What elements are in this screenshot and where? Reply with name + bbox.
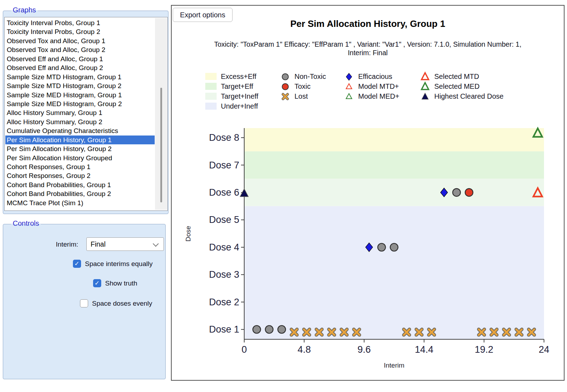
point-lost: [329, 329, 334, 335]
list-item-per-sim-allocation-history-group-2[interactable]: Per Sim Allocation History, Group 2: [5, 144, 155, 153]
list-item-observed-tox-and-alloc-group-1[interactable]: Observed Tox and Alloc, Group 1: [5, 36, 155, 45]
graphs-group-title: Graphs: [11, 6, 38, 14]
point-lost: [341, 329, 347, 335]
list-item-per-sim-allocation-history-grouped[interactable]: Per Sim Allocation History Grouped: [5, 154, 155, 162]
allocation-history-plot: 04.89.614.419.224Dose 1Dose 2Dose 3Dose …: [172, 6, 564, 380]
controls-group-title: Controls: [11, 219, 41, 227]
chart-panel: Export options Per Sim Allocation Histor…: [171, 5, 565, 381]
point-non-toxic: [253, 325, 260, 333]
list-item-per-sim-allocation-history-group-1[interactable]: Per Sim Allocation History, Group 1: [5, 136, 155, 144]
show-truth-checkbox[interactable]: [93, 279, 101, 287]
graph-listbox: Toxicity Interval Probs, Group 1Toxicity…: [4, 17, 168, 211]
graph-list: Toxicity Interval Probs, Group 1Toxicity…: [5, 18, 155, 210]
list-item-cumulative-operating-characteristics[interactable]: Cumulative Operating Characteristics: [5, 126, 155, 135]
space-doses-evenly-row: Space doses evenly: [80, 299, 152, 307]
space-doses-evenly-checkbox[interactable]: [80, 299, 88, 307]
space-interims-equally-checkbox[interactable]: [73, 260, 81, 268]
y-tick-label: Dose 5: [209, 214, 239, 225]
list-item-cohort-responses-group-1[interactable]: Cohort Responses, Group 1: [5, 162, 155, 171]
point-lost: [291, 329, 297, 335]
point-non-toxic: [390, 243, 398, 251]
list-item-toxicity-interval-probs-group-1[interactable]: Toxicity Interval Probs, Group 1: [5, 18, 155, 27]
band-target-ineff: [244, 179, 544, 206]
point-lost: [479, 329, 485, 335]
point-lost: [316, 329, 322, 335]
y-tick-label: Dose 8: [209, 132, 239, 143]
list-item-sample-size-mtd-histogram-group-1[interactable]: Sample Size MTD Histogram, Group 1: [5, 73, 155, 81]
x-tick-label: 14.4: [415, 344, 434, 355]
list-item-observed-eff-and-alloc-group-1[interactable]: Observed Eff and Alloc, Group 1: [5, 54, 155, 63]
x-tick-label: 0: [241, 344, 247, 355]
point-non-toxic: [378, 243, 385, 251]
list-item-mcmc-trace-plot-sim-1[interactable]: MCMC Trace Plot (Sim 1): [5, 198, 155, 207]
chevron-down-icon: [153, 241, 159, 247]
space-doses-evenly-label: Space doses evenly: [92, 300, 152, 307]
y-tick-label: Dose 6: [209, 187, 239, 198]
y-tick-label: Dose 7: [209, 160, 239, 171]
controls-groupbox: Controls Interim: Final Space interims e…: [3, 224, 166, 379]
point-lost: [304, 329, 309, 335]
list-item-observed-tox-and-alloc-group-2[interactable]: Observed Tox and Alloc, Group 2: [5, 45, 155, 54]
graphs-groupbox: Graphs Toxicity Interval Probs, Group 1T…: [3, 11, 168, 214]
x-tick-label: 4.8: [298, 344, 311, 355]
x-tick-label: 9.6: [357, 344, 371, 355]
x-tick-label: 19.2: [475, 344, 493, 355]
list-item-alloc-history-summary-group-2[interactable]: Alloc History Summary, Group 2: [5, 117, 155, 126]
show-truth-label: Show truth: [105, 279, 137, 287]
list-item-alloc-history-summary-group-1[interactable]: Alloc History Summary, Group 1: [5, 108, 155, 117]
point-lost: [491, 329, 497, 335]
list-item-sample-size-mtd-histogram-group-2[interactable]: Sample Size MTD Histogram, Group 2: [5, 81, 155, 90]
point-non-toxic: [265, 325, 273, 333]
app-window: Graphs Toxicity Interval Probs, Group 1T…: [0, 0, 567, 392]
band-excess-eff: [244, 128, 544, 151]
list-item-cohort-band-probabilities-group-2[interactable]: Cohort Band Probabilities, Group 2: [5, 189, 155, 198]
show-truth-row: Show truth: [93, 279, 137, 287]
graph-list-scrollbar-thumb[interactable]: [160, 88, 162, 202]
space-interims-equally-row: Space interims equally: [73, 260, 153, 268]
y-tick-label: Dose 1: [209, 324, 239, 335]
space-interims-equally-label: Space interims equally: [85, 260, 153, 268]
point-lost: [416, 329, 422, 335]
list-item-toxicity-interval-probs-group-2[interactable]: Toxicity Interval Probs, Group 2: [5, 27, 155, 36]
point-lost: [354, 329, 360, 335]
point-lost: [529, 329, 534, 335]
interim-select[interactable]: Final: [86, 237, 164, 251]
list-item-sample-size-med-histogram-group-2[interactable]: Sample Size MED Histogram, Group 2: [5, 99, 155, 108]
list-item-sample-size-med-histogram-group-1[interactable]: Sample Size MED Histogram, Group 1: [5, 91, 155, 99]
y-tick-label: Dose 2: [209, 297, 239, 307]
list-item-cohort-responses-group-2[interactable]: Cohort Responses, Group 2: [5, 171, 155, 180]
y-axis-title: Dose: [184, 226, 192, 241]
point-non-toxic: [278, 325, 286, 333]
interim-label: Interim:: [41, 241, 78, 248]
y-tick-label: Dose 4: [209, 242, 239, 253]
list-item-observed-eff-and-alloc-group-2[interactable]: Observed Eff and Alloc, Group 2: [5, 63, 155, 72]
point-non-toxic: [453, 189, 460, 196]
graph-list-scrollbar[interactable]: [155, 18, 167, 210]
point-lost: [429, 329, 434, 335]
x-tick-label: 24: [539, 344, 549, 355]
band-target-eff: [244, 151, 544, 179]
point-lost: [516, 329, 522, 335]
interim-select-value: Final: [91, 240, 105, 248]
point-toxic: [465, 189, 473, 196]
point-lost: [404, 329, 410, 335]
point-lost: [504, 329, 509, 335]
y-tick-label: Dose 3: [209, 269, 239, 280]
list-item-cohort-band-probabilities-group-1[interactable]: Cohort Band Probabilities, Group 1: [5, 180, 155, 189]
band-under-ineff: [244, 206, 544, 339]
x-axis-title: Interim: [384, 362, 404, 369]
